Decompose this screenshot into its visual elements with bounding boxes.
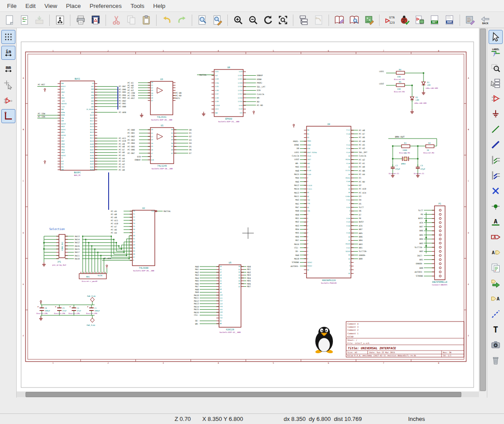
net-label[interactable]: D1 xyxy=(359,177,362,179)
net-label[interactable]: Selection xyxy=(49,227,65,231)
net-label[interactable]: D0 xyxy=(296,147,299,150)
net-label[interactable]: RA13 xyxy=(75,235,80,238)
net-label[interactable]: PC-DB2 xyxy=(128,135,135,138)
net-label[interactable]: PC-A14 xyxy=(359,192,366,194)
net-label[interactable]: MA1 xyxy=(195,268,199,270)
net-label[interactable]: PC-RD xyxy=(175,95,182,97)
menu-item-help[interactable]: Help xyxy=(149,1,170,11)
redraw-view-button[interactable] xyxy=(261,13,275,27)
net-label[interactable]: DIR xyxy=(137,156,141,158)
graphic-text-button[interactable]: T xyxy=(489,322,503,336)
no-connect-flag-button[interactable] xyxy=(489,184,503,198)
net-label[interactable]: AUTOFD- xyxy=(415,271,423,273)
net-label[interactable]: MD4 xyxy=(247,277,251,279)
net-label[interactable]: MD6 xyxy=(247,283,251,285)
net-label[interactable]: MA10 xyxy=(194,294,199,296)
bus-to-bus-entry-button[interactable] xyxy=(489,168,503,183)
net-label[interactable]: PC-IOR xyxy=(38,116,45,118)
back-import-button[interactable]: BACK xyxy=(478,13,492,27)
place-image-button[interactable] xyxy=(489,338,503,352)
net-label[interactable]: PC-A7 xyxy=(359,133,365,135)
net-label[interactable]: MATCHL xyxy=(164,210,171,212)
net-label[interactable]: RA17 xyxy=(75,251,80,253)
hierarchical-label-button[interactable]: A xyxy=(489,245,503,260)
net-label[interactable]: MD0 xyxy=(247,266,251,268)
units-inches-button[interactable]: in xyxy=(1,46,15,60)
graphic-line-button[interactable] xyxy=(489,307,503,321)
zoom-in-button[interactable] xyxy=(231,13,245,27)
net-label[interactable]: PC-A7 xyxy=(111,226,117,228)
net-label[interactable]: LED1 xyxy=(379,70,384,73)
horizontal-scrollbar-thumb[interactable] xyxy=(26,392,461,397)
vertical-scrollbar-thumb[interactable] xyxy=(480,29,486,391)
net-label[interactable]: WR- xyxy=(257,97,260,99)
net-label[interactable]: PC-A1 xyxy=(359,162,365,164)
menu-item-place[interactable]: Place xyxy=(62,1,85,11)
net-label[interactable]: PC-DB1 xyxy=(128,132,135,134)
net-label-button[interactable]: A xyxy=(489,215,503,229)
net-label[interactable]: OE- xyxy=(195,320,199,322)
net-label[interactable]: B02 xyxy=(420,250,424,252)
net-label[interactable]: MATCHL xyxy=(199,74,207,76)
net-label[interactable]: MA5 xyxy=(296,166,299,168)
net-label[interactable]: DONE xyxy=(294,144,299,146)
paste-button[interactable] xyxy=(139,13,153,27)
run-pcbnew-button[interactable] xyxy=(463,13,477,27)
net-label[interactable]: PC-A6 xyxy=(359,136,365,139)
zoom-out-button[interactable] xyxy=(246,13,260,27)
net-label[interactable]: LED2 xyxy=(379,83,384,85)
net-label[interactable]: CS1- xyxy=(294,247,299,249)
net-label[interactable]: ERROR- xyxy=(416,263,423,265)
menu-item-tools[interactable]: Tools xyxy=(126,1,149,11)
net-label[interactable]: D3 xyxy=(359,195,362,197)
net-label[interactable]: PC-DB5 xyxy=(119,91,126,93)
new-schematic-button[interactable] xyxy=(2,13,16,27)
net-label[interactable]: PC-A3 xyxy=(359,147,365,150)
net-label[interactable]: ENBUF xyxy=(135,159,141,161)
net-label[interactable]: D5 xyxy=(189,146,192,148)
net-label[interactable]: B00 xyxy=(420,267,424,269)
footprint-editor-button[interactable] xyxy=(362,13,376,27)
net-label[interactable]: D3 xyxy=(189,139,192,141)
place-wire-button[interactable] xyxy=(489,122,503,136)
toggle-grid-button[interactable] xyxy=(1,30,15,44)
net-label[interactable]: PC-DB6 xyxy=(119,88,126,91)
net-label[interactable]: B04 xyxy=(359,239,363,241)
hierarchy-navigator-button[interactable] xyxy=(296,13,310,27)
net-label[interactable]: PC-DB4 xyxy=(128,142,135,144)
net-label[interactable]: PC-A6 xyxy=(119,151,125,154)
net-label[interactable]: PC-A8 xyxy=(119,146,125,148)
net-label[interactable]: RA10 xyxy=(75,258,80,260)
net-label[interactable]: MD2 xyxy=(247,271,251,274)
net-label[interactable]: PC-A10 xyxy=(111,223,118,225)
net-label[interactable]: MA10 xyxy=(294,258,299,260)
net-label[interactable]: PC-DB7 xyxy=(128,152,135,154)
show-hidden-pins-button[interactable] xyxy=(1,93,15,107)
net-label[interactable]: PC-A8 xyxy=(359,129,365,132)
find-replace-button[interactable] xyxy=(210,13,224,27)
net-label[interactable]: PC-WR xyxy=(175,92,182,94)
net-label[interactable]: D4 xyxy=(359,199,362,201)
net-label[interactable]: MA2 xyxy=(195,271,199,274)
net-label[interactable]: MA0 xyxy=(195,266,199,268)
net-label[interactable]: CS1- xyxy=(194,314,199,316)
net-label[interactable]: RA11 xyxy=(75,255,80,257)
net-label[interactable]: PC-A9 xyxy=(119,143,125,145)
menu-item-preferences[interactable]: Preferences xyxy=(85,1,126,11)
net-label[interactable]: PC-DB3 xyxy=(128,139,135,141)
net-label[interactable]: PE xyxy=(359,217,362,219)
net-label[interactable]: WR- xyxy=(195,323,199,325)
net-label[interactable]: ENBUF xyxy=(257,74,263,77)
net-label[interactable]: AUTOFD- xyxy=(291,265,299,267)
zoom-fit-button[interactable] xyxy=(276,13,290,27)
menu-item-edit[interactable]: Edit xyxy=(21,1,40,11)
net-label[interactable]: MA9 xyxy=(195,291,199,293)
net-label[interactable]: B03 xyxy=(359,243,363,245)
open-schematic-button[interactable] xyxy=(17,13,31,27)
net-label[interactable]: MD5 xyxy=(296,232,299,234)
net-label[interactable]: DIR xyxy=(257,89,261,91)
net-label[interactable]: PC-IOW xyxy=(128,92,135,94)
net-label[interactable]: B07 xyxy=(420,226,424,228)
net-label[interactable]: MA13 xyxy=(194,303,199,305)
net-label[interactable]: MA16 xyxy=(194,311,199,314)
